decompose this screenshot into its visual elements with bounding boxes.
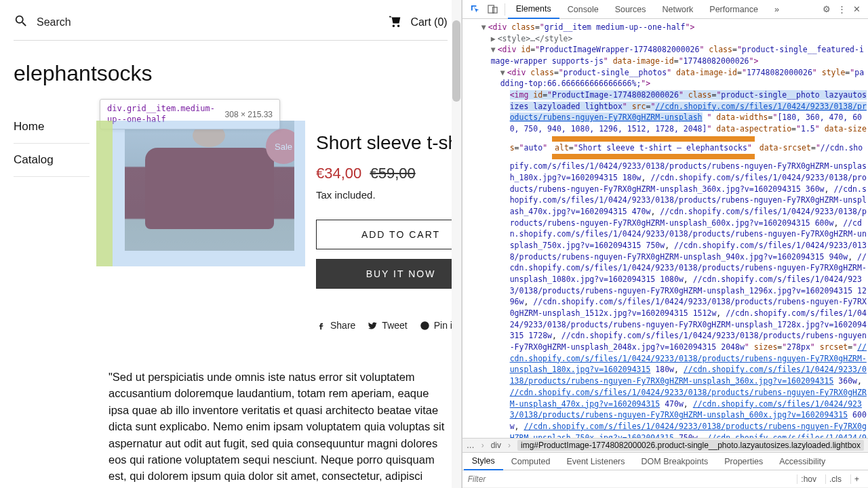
search-icon: [14, 14, 28, 30]
sidebar-nav: Home Catalog: [14, 110, 90, 331]
inspect-element-icon[interactable]: [467, 4, 484, 14]
tax-note: Tax included.: [316, 189, 462, 201]
cart-icon: [389, 15, 403, 30]
nav-catalog[interactable]: Catalog: [14, 144, 90, 177]
svg-rect-2: [493, 7, 498, 13]
crumb-div[interactable]: div: [491, 441, 501, 450]
device-toolbar-icon[interactable]: [484, 4, 502, 14]
cart-label: Cart (0): [410, 16, 447, 28]
stab-computed[interactable]: Computed: [503, 453, 559, 470]
devtools-toolbar: Elements Console Sources Network Perform…: [462, 0, 868, 19]
scrollbar[interactable]: [452, 0, 461, 488]
price-row: €34,00 €59,00: [316, 165, 462, 182]
devtools-panel: Elements Console Sources Network Perform…: [462, 0, 868, 488]
settings-icon[interactable]: ⚙: [819, 4, 834, 14]
elements-tree[interactable]: ▼<div class="grid__item medium-up--one-h…: [462, 19, 868, 438]
kebab-menu-icon[interactable]: ⋮: [834, 4, 849, 14]
crumb-img[interactable]: img#ProductImage-17748082000026.product-…: [517, 440, 864, 451]
styles-filter-input[interactable]: [468, 474, 792, 484]
site-logo[interactable]: elephantsocks: [14, 61, 448, 86]
tab-sources[interactable]: Sources: [607, 0, 654, 19]
close-devtools-icon[interactable]: ✕: [849, 4, 864, 14]
styles-tabbar: Styles Computed Event Listeners DOM Brea…: [462, 453, 868, 470]
new-style-rule[interactable]: +: [850, 474, 863, 484]
add-to-cart-button[interactable]: ADD TO CART: [316, 220, 462, 249]
product-title: Short sleeve t-shirt: [316, 132, 462, 154]
product-description: "Sed ut perspiciatis unde omnis iste nat…: [14, 369, 448, 488]
search[interactable]: Search: [14, 14, 71, 30]
price-sale: €34,00: [316, 165, 361, 182]
styles-filter-row: :hov .cls +: [462, 470, 868, 488]
scroll-thumb[interactable]: [452, 20, 460, 102]
buy-now-button[interactable]: BUY IT NOW: [316, 259, 462, 289]
dom-breadcrumbs[interactable]: … › div › img#ProductImage-1774808200002…: [462, 438, 868, 453]
twitter-icon: [368, 321, 378, 331]
stab-dombp[interactable]: DOM Breakpoints: [633, 453, 717, 470]
share-facebook[interactable]: Share: [316, 320, 355, 331]
share-row: Share Tweet Pin it: [316, 320, 462, 331]
inspect-dimensions: 308 × 215.33: [225, 110, 273, 119]
page-preview: Search Cart (0) elephantsocks Home Catal…: [0, 0, 462, 488]
hov-toggle[interactable]: :hov: [797, 474, 820, 484]
search-label: Search: [37, 16, 71, 28]
pinterest-icon: [420, 321, 430, 331]
tab-console[interactable]: Console: [559, 0, 607, 19]
share-pinterest[interactable]: Pin it: [420, 320, 455, 331]
product-image-column: div.grid__item.medium-up--one-half 308 ×…: [108, 110, 297, 331]
tab-network[interactable]: Network: [654, 0, 701, 19]
svg-point-0: [420, 321, 429, 330]
tab-more[interactable]: »: [766, 0, 787, 19]
tab-performance[interactable]: Performance: [701, 0, 766, 19]
facebook-icon: [316, 321, 326, 331]
stab-styles[interactable]: Styles: [464, 453, 503, 470]
price-compare: €59,00: [370, 165, 415, 182]
cls-toggle[interactable]: .cls: [825, 474, 845, 484]
nav-home[interactable]: Home: [14, 110, 90, 144]
topbar: Search Cart (0): [14, 8, 448, 41]
cart-link[interactable]: Cart (0): [389, 15, 447, 30]
crumb-ellipsis[interactable]: …: [467, 441, 475, 450]
stab-events[interactable]: Event Listeners: [558, 453, 633, 470]
stab-props[interactable]: Properties: [716, 453, 771, 470]
share-twitter[interactable]: Tweet: [368, 320, 407, 331]
stab-a11y[interactable]: Accessibility: [771, 453, 833, 470]
tab-elements[interactable]: Elements: [508, 0, 559, 19]
product-details: Short sleeve t-shirt €34,00 €59,00 Tax i…: [316, 110, 462, 331]
